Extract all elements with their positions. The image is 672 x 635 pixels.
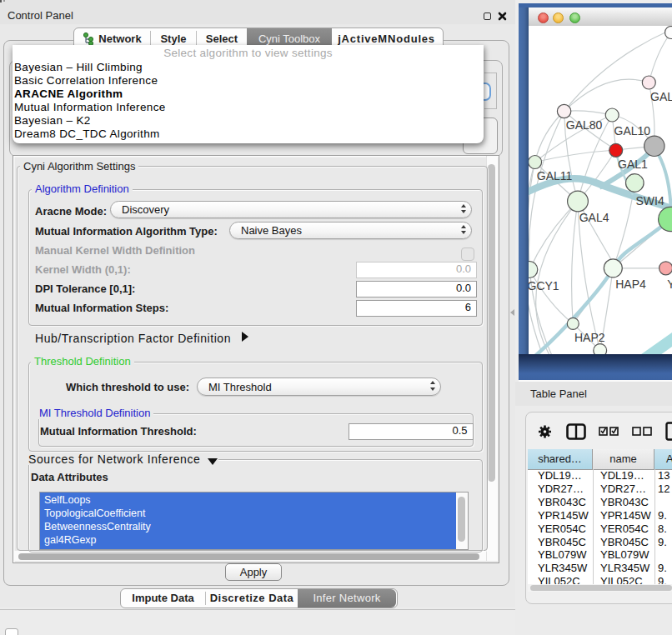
svg-text:GAL10: GAL10 [614, 124, 651, 138]
svg-text:GAL80: GAL80 [566, 118, 603, 132]
svg-text:HAP4: HAP4 [615, 278, 646, 291]
svg-text:SWI4: SWI4 [636, 194, 664, 208]
svg-text:GAL1: GAL1 [618, 158, 648, 171]
svg-text:GAL11: GAL11 [537, 169, 573, 182]
svg-text:GCY1: GCY1 [529, 279, 559, 292]
svg-text:GAL7: GAL7 [650, 90, 672, 103]
svg-text:GAL4: GAL4 [579, 211, 609, 224]
svg-text:HAP2: HAP2 [574, 331, 605, 344]
svg-text:Y: Y [667, 278, 672, 291]
